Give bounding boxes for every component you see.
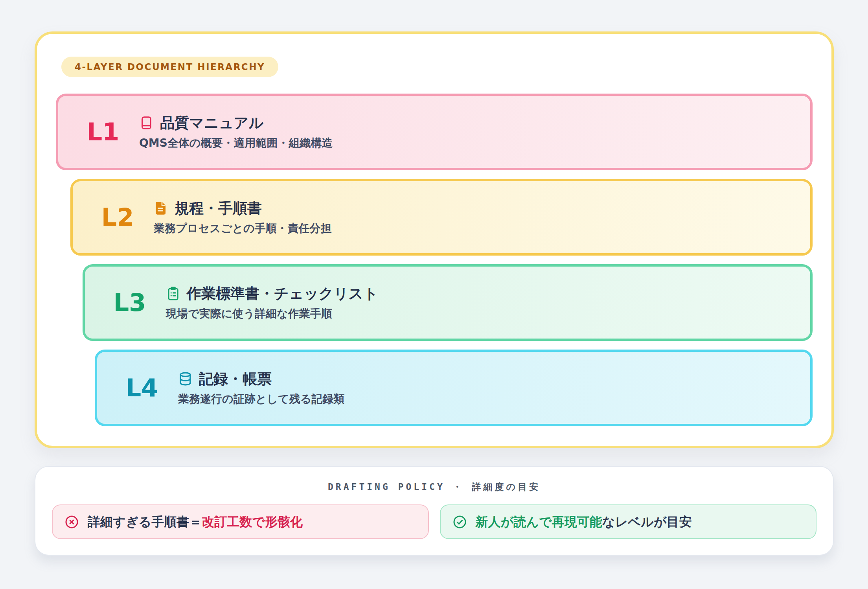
warning-note: 詳細すぎる手順書＝改訂工数で形骸化 [52, 504, 429, 539]
layer-subtitle: QMS全体の概要・適用範囲・組織構造 [139, 136, 333, 150]
database-icon [178, 372, 193, 386]
layer-list: L1 品質マニュアル QMS全体の概要・適用範囲・組織構造 [56, 94, 813, 426]
level-label-l1: L1 [86, 120, 120, 144]
layer-content: 記録・帳票 業務遂行の証跡として残る記録類 [178, 370, 344, 406]
policy-notes: 詳細すぎる手順書＝改訂工数で形骸化 新人が読んで再現可能なレベルが目安 [52, 504, 817, 539]
check-circle-icon [452, 515, 467, 529]
layer-content: 品質マニュアル QMS全体の概要・適用範囲・組織構造 [139, 114, 333, 150]
layer-subtitle: 現場で実際に使う詳細な作業手順 [166, 307, 378, 320]
layer-row-l1: L1 品質マニュアル QMS全体の概要・適用範囲・組織構造 [56, 94, 813, 170]
layer-title: 作業標準書・チェックリスト [187, 285, 378, 302]
layer-title: 記録・帳票 [199, 370, 272, 388]
warning-note-emphasis: 改訂工数で形骸化 [202, 514, 303, 529]
layer-title: 規程・手順書 [175, 200, 262, 217]
level-label-l4: L4 [125, 376, 158, 400]
layer-row-l3: L3 作業標準書・チェックリスト 現場で実際に使う詳細な作業手順 [83, 264, 813, 341]
x-circle-icon [64, 515, 79, 529]
policy-card: DRAFTING POLICY ・ 詳細度の目安 詳細すぎる手順書＝改訂工数で形… [35, 466, 834, 556]
guideline-note: 新人が読んで再現可能なレベルが目安 [440, 504, 817, 539]
warning-note-text: 詳細すぎる手順書＝改訂工数で形骸化 [88, 515, 303, 529]
layer-row-l2: L2 規程・手順書 業務プロセスごとの手順・責任分担 [70, 179, 813, 256]
book-icon [139, 116, 154, 130]
hierarchy-badge: 4-LAYER DOCUMENT HIERARCHY [61, 57, 278, 77]
clipboard-list-icon [166, 286, 180, 301]
layer-row-l4: L4 記録・帳票 業務遂行の証跡として残る記録類 [95, 350, 813, 426]
layer-content: 規程・手順書 業務プロセスごとの手順・責任分担 [154, 200, 332, 235]
file-text-icon [154, 201, 168, 215]
level-label-l3: L3 [113, 291, 146, 315]
layer-title: 品質マニュアル [160, 114, 263, 132]
policy-heading: DRAFTING POLICY ・ 詳細度の目安 [52, 481, 817, 493]
qms-hierarchy-infographic: 4-LAYER DOCUMENT HIERARCHY L1 品質マニュアル [0, 0, 868, 589]
layer-subtitle: 業務遂行の証跡として残る記録類 [178, 392, 344, 406]
guideline-note-emphasis: 新人が読んで再現可能 [476, 514, 602, 529]
guideline-note-text: 新人が読んで再現可能なレベルが目安 [476, 515, 692, 529]
layer-content: 作業標準書・チェックリスト 現場で実際に使う詳細な作業手順 [166, 285, 378, 320]
warning-note-plain: 詳細すぎる手順書＝ [88, 514, 202, 529]
guideline-note-plain: なレベルが目安 [602, 514, 692, 529]
level-label-l2: L2 [101, 205, 134, 230]
hierarchy-card: 4-LAYER DOCUMENT HIERARCHY L1 品質マニュアル [35, 31, 834, 448]
layer-subtitle: 業務プロセスごとの手順・責任分担 [154, 222, 332, 235]
